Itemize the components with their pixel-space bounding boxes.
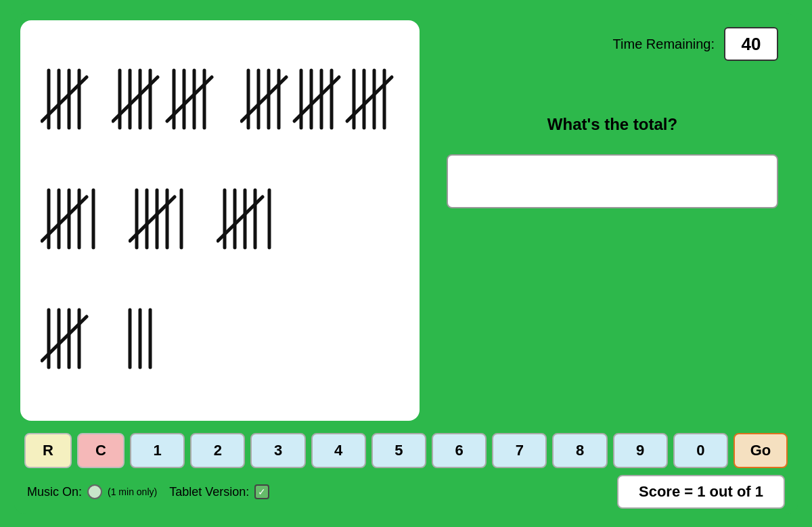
tally-row-3 [34, 300, 176, 381]
tally-card [20, 20, 420, 421]
tally-group-5b [41, 303, 102, 377]
answer-input[interactable] [447, 154, 778, 208]
tally-group-6c [217, 183, 284, 258]
key-8-button[interactable]: 8 [552, 433, 607, 468]
key-5-button[interactable]: 5 [371, 433, 426, 468]
bottom-area: R C 1 2 3 4 5 6 7 8 9 0 Go Music On: (1 … [14, 428, 798, 514]
tally-row-1 [34, 60, 406, 141]
tablet-checkbox[interactable]: ✓ [254, 484, 269, 499]
music-toggle[interactable] [87, 484, 102, 499]
timer-row: Time Remaining: 40 [447, 27, 778, 61]
main-container: Time Remaining: 40 What's the total? R C… [14, 14, 798, 514]
music-on-label: Music On: [27, 485, 82, 499]
timer-box: 40 [724, 27, 778, 61]
key-3-button[interactable]: 3 [250, 433, 305, 468]
go-button[interactable]: Go [734, 433, 788, 468]
tally-row-2 [34, 180, 291, 261]
music-small-text: (1 min only) [108, 486, 157, 497]
c-button[interactable]: C [77, 433, 125, 468]
key-0-button[interactable]: 0 [673, 433, 728, 468]
key-6-button[interactable]: 6 [432, 433, 487, 468]
score-box: Score = 1 out of 1 [617, 475, 785, 509]
tally-group-5 [41, 64, 91, 138]
status-row: Music On: (1 min only) Tablet Version: ✓… [24, 475, 788, 509]
key-2-button[interactable]: 2 [190, 433, 245, 468]
key-4-button[interactable]: 4 [311, 433, 366, 468]
tally-group-6b [129, 183, 196, 258]
tally-group-6a [41, 183, 108, 258]
tablet-version-label: Tablet Version: [169, 485, 249, 499]
key-7-button[interactable]: 7 [492, 433, 547, 468]
right-panel: Time Remaining: 40 What's the total? [433, 20, 792, 421]
music-area: Music On: (1 min only) Tablet Version: ✓ [27, 484, 269, 499]
key-9-button[interactable]: 9 [613, 433, 668, 468]
tally-group-15 [240, 64, 399, 138]
keypad-row: R C 1 2 3 4 5 6 7 8 9 0 Go [24, 433, 788, 468]
timer-label: Time Remaining: [613, 37, 715, 52]
question-label: What's the total? [447, 115, 778, 134]
top-area: Time Remaining: 40 What's the total? [14, 14, 798, 428]
tally-group-3 [122, 303, 169, 377]
key-1-button[interactable]: 1 [130, 433, 185, 468]
r-button[interactable]: R [24, 433, 72, 468]
tally-group-10a [112, 64, 220, 138]
